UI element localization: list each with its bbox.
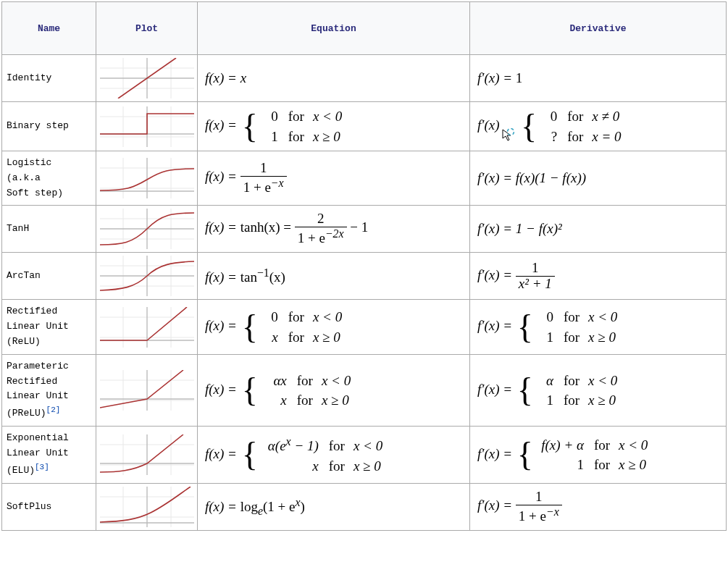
row-name: Parameteric Rectified Linear Unit (PReLU… (2, 354, 96, 427)
equation-logistic: f(x) = 11 + e−x (198, 151, 470, 206)
header-plot: Plot (96, 2, 198, 55)
plot-relu (96, 300, 198, 354)
header-row: Name Plot Equation Derivative (2, 2, 727, 55)
derivative-relu: f′(x) = { 0forx < 0 1forx ≥ 0 (470, 300, 727, 354)
plot-softplus (96, 484, 198, 531)
svg-point-13 (508, 128, 514, 135)
plot-arctan (96, 253, 198, 300)
row-name: Exponential Linear Unit (ELU)[3] (2, 427, 96, 484)
table-row: Parameteric Rectified Linear Unit (PReLU… (2, 354, 727, 427)
citation-link[interactable]: [3] (35, 463, 49, 471)
equation-tanh: f(x) = tanh(x) = 21 + e−2x − 1 (198, 206, 470, 253)
derivative-prelu: f′(x) = { αforx < 0 1forx ≥ 0 (470, 354, 727, 427)
plot-binarystep (96, 102, 198, 151)
derivative-logistic: f′(x) = f(x)(1 − f(x)) (470, 151, 727, 206)
plot-tanh (96, 206, 198, 253)
header-name: Name (2, 2, 96, 55)
activation-functions-table: Name Plot Equation Derivative Identity f… (1, 1, 727, 531)
plot-svg (100, 58, 194, 98)
table-row: Binary step f(x) = { 0forx < 0 1forx ≥ 0… (2, 102, 727, 151)
table-row: SoftPlus f(x) = loge(1 + ex) f′(x) = 11 … (2, 484, 727, 531)
plot-logistic (96, 151, 198, 206)
row-name: Identity (2, 55, 96, 102)
row-name: TanH (2, 206, 96, 253)
derivative-tanh: f′(x) = 1 − f(x)² (470, 206, 727, 253)
plot-elu (96, 427, 198, 484)
table-row: Identity f(x) = x f′(x) = 1 (2, 55, 727, 102)
plot-prelu (96, 354, 198, 427)
equation-relu: f(x) = { 0forx < 0 xforx ≥ 0 (198, 300, 470, 354)
row-name: SoftPlus (2, 484, 96, 531)
derivative-arctan: f′(x) = 1x² + 1 (470, 253, 727, 300)
row-name: Rectified Linear Unit (ReLU) (2, 300, 96, 354)
row-name: ArcTan (2, 253, 96, 300)
header-equation: Equation (198, 2, 470, 55)
row-name: Binary step (2, 102, 96, 151)
table-row: Exponential Linear Unit (ELU)[3] f(x) = … (2, 427, 727, 484)
equation-elu: f(x) = { α(ex − 1)forx < 0 xforx ≥ 0 (198, 427, 470, 484)
equation-softplus: f(x) = loge(1 + ex) (198, 484, 470, 531)
row-name: Logistic (a.k.a Soft step) (2, 151, 96, 206)
equation-binarystep: f(x) = { 0forx < 0 1forx ≥ 0 (198, 102, 470, 151)
table-row: Rectified Linear Unit (ReLU) f(x) = { 0f… (2, 300, 727, 354)
equation-arctan: f(x) = tan−1(x) (198, 253, 470, 300)
derivative-elu: f′(x) = { f(x) + αforx < 0 1forx ≥ 0 (470, 427, 727, 484)
derivative-binarystep: f′(x) { 0forx ≠ 0 ?forx = 0 (470, 102, 727, 151)
citation-link[interactable]: [2] (46, 406, 61, 414)
derivative-softplus: f′(x) = 11 + e−x (470, 484, 727, 531)
table-row: Logistic (a.k.a Soft step) f(x) = 11 + e… (2, 151, 727, 206)
equation-identity: f(x) = x (198, 55, 470, 102)
plot-identity (96, 55, 198, 102)
header-derivative: Derivative (470, 2, 727, 55)
derivative-identity: f′(x) = 1 (470, 55, 727, 102)
table-row: TanH f(x) = tanh(x) = 21 + e−2x − 1 f′(x… (2, 206, 727, 253)
equation-prelu: f(x) = { αxforx < 0 xforx ≥ 0 (198, 354, 470, 427)
table-row: ArcTan f(x) = tan−1(x) f′(x) = 1x² + 1 (2, 253, 727, 300)
